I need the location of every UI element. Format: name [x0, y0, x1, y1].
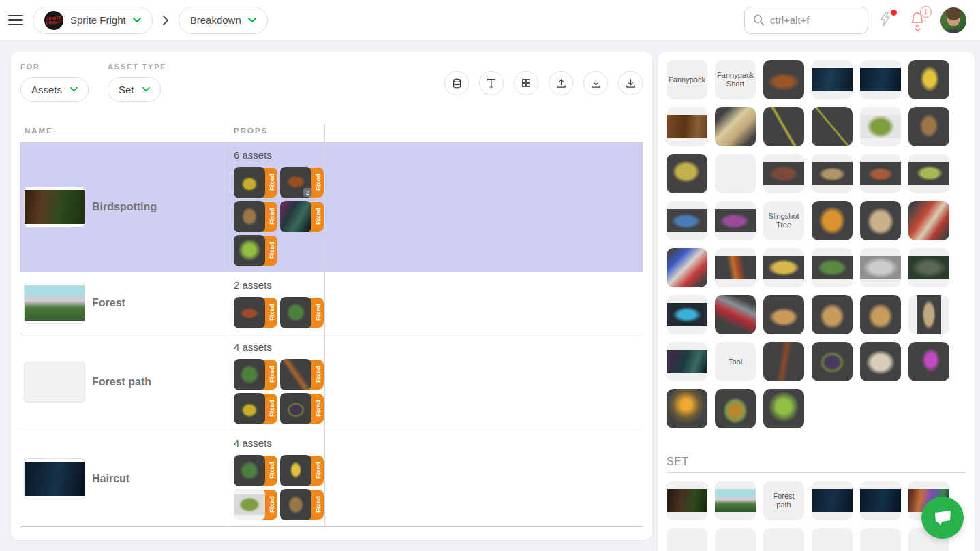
asset-tile[interactable]	[667, 389, 707, 428]
asset-tile[interactable]	[763, 154, 804, 193]
asset-chip[interactable]: Fixed	[234, 455, 277, 486]
asset-tile[interactable]	[812, 201, 853, 240]
asset-tile[interactable]	[812, 248, 853, 287]
asset-tile[interactable]	[667, 107, 707, 146]
asset-tile[interactable]	[715, 201, 756, 240]
table-row[interactable]: Forest path 4 assets Fixed	[20, 334, 643, 430]
download-button[interactable]	[583, 71, 608, 95]
asset-tile[interactable]	[860, 342, 901, 381]
asset-chip[interactable]: Fixed	[280, 455, 324, 486]
asset-tile[interactable]	[860, 60, 901, 99]
asset-tile[interactable]	[667, 342, 707, 381]
table-row[interactable]: Birdspotting 6 assets Fixed	[20, 142, 643, 272]
asset-tile[interactable]	[763, 60, 804, 99]
shot-thumbnail	[24, 362, 85, 403]
chat-button[interactable]	[921, 497, 964, 539]
asset-tile[interactable]	[667, 481, 707, 520]
asset-tile[interactable]	[812, 295, 853, 334]
asset-tile[interactable]	[812, 107, 853, 146]
asset-chip[interactable]: Fixed 2	[280, 167, 324, 198]
asset-tile[interactable]: Fannypack	[667, 60, 707, 99]
asset-tile[interactable]	[763, 295, 804, 334]
asset-tile[interactable]	[860, 201, 901, 240]
asset-tile[interactable]	[860, 481, 901, 520]
asset-tile[interactable]	[812, 528, 853, 551]
asset-type-dropdown[interactable]: Set	[108, 77, 161, 102]
upload-button[interactable]	[549, 71, 573, 95]
asset-tile[interactable]	[763, 342, 804, 381]
asset-chip[interactable]: Fixed	[280, 297, 324, 328]
asset-tile[interactable]	[908, 154, 949, 193]
asset-tile-image	[715, 209, 756, 232]
flash-icon[interactable]	[878, 11, 894, 30]
asset-tile[interactable]	[860, 154, 901, 193]
asset-tile[interactable]	[860, 248, 901, 287]
asset-chip[interactable]: Fixed	[234, 393, 277, 424]
asset-tile[interactable]	[908, 295, 949, 334]
asset-tile[interactable]	[908, 342, 949, 381]
asset-tile[interactable]	[667, 154, 707, 193]
asset-chip[interactable]: Fixed	[234, 201, 277, 232]
asset-tile-image	[908, 256, 949, 279]
asset-tile[interactable]	[715, 295, 756, 334]
for-dropdown[interactable]: Assets	[20, 77, 89, 102]
asset-status-label: Fixed	[265, 490, 277, 520]
asset-tile[interactable]	[812, 481, 853, 520]
shot-name: Haircut	[92, 473, 129, 485]
asset-tile[interactable]: Forest path	[763, 481, 804, 520]
asset-tile[interactable]	[812, 342, 853, 381]
asset-tile-image	[715, 389, 756, 428]
asset-tile[interactable]	[667, 201, 707, 240]
asset-tile[interactable]	[715, 481, 756, 520]
asset-tile[interactable]	[812, 60, 853, 99]
grid-button[interactable]	[514, 71, 538, 95]
asset-chip[interactable]: Fixed	[280, 393, 324, 424]
asset-chip[interactable]: Fixed	[234, 235, 277, 266]
asset-tile[interactable]	[715, 248, 756, 287]
asset-tile[interactable]	[908, 201, 949, 240]
asset-tile[interactable]	[667, 248, 707, 287]
menu-icon[interactable]	[8, 15, 23, 26]
asset-tile[interactable]	[908, 107, 949, 146]
asset-chip[interactable]: Fixed	[234, 167, 277, 198]
search-input[interactable]	[770, 14, 852, 26]
asset-tile[interactable]	[812, 154, 853, 193]
asset-tile[interactable]	[715, 107, 756, 146]
asset-tile[interactable]	[763, 528, 804, 551]
download-icon	[590, 78, 602, 89]
table-row[interactable]: Haircut 4 assets Fixed	[20, 430, 643, 527]
asset-tile[interactable]: Slingshot Tree	[763, 201, 804, 240]
asset-tile[interactable]	[715, 154, 756, 193]
asset-tile[interactable]	[763, 107, 804, 146]
asset-tile[interactable]	[908, 60, 949, 99]
asset-tile[interactable]	[763, 248, 804, 287]
asset-tile[interactable]: Tool	[715, 342, 756, 381]
asset-chip[interactable]: Fixed	[234, 489, 277, 520]
asset-tile[interactable]	[667, 528, 707, 551]
project-selector[interactable]: SPRITE FRIGHT Sprite Fright	[33, 7, 153, 34]
stack-button[interactable]	[444, 71, 469, 95]
table-row[interactable]: Forest 2 assets Fixed	[20, 272, 643, 334]
asset-chip[interactable]: Fixed	[280, 489, 324, 520]
asset-tile[interactable]	[715, 389, 756, 428]
asset-chip[interactable]: Fixed	[280, 359, 324, 390]
import-button[interactable]	[618, 71, 643, 95]
asset-tile[interactable]	[667, 295, 707, 334]
asset-chip[interactable]: Fixed	[234, 297, 277, 328]
asset-tile[interactable]: Fannypack Short	[715, 60, 756, 99]
asset-tile[interactable]	[860, 528, 901, 551]
text-button[interactable]	[479, 71, 504, 95]
asset-chip[interactable]: Fixed	[280, 201, 324, 232]
asset-tile[interactable]	[908, 248, 949, 287]
section-selector[interactable]: Breakdown	[179, 7, 268, 34]
asset-tile[interactable]	[763, 389, 804, 428]
asset-chip[interactable]: Fixed	[234, 359, 277, 390]
notifications-bell-icon[interactable]: 1	[909, 11, 925, 30]
asset-tile[interactable]	[715, 528, 756, 551]
global-search[interactable]	[744, 7, 868, 34]
asset-chip-list: Fixed Fixed	[234, 455, 325, 520]
asset-tile[interactable]	[860, 295, 901, 334]
user-avatar[interactable]	[940, 7, 966, 33]
asset-tile[interactable]	[860, 107, 901, 146]
asset-tile-image	[860, 295, 901, 334]
